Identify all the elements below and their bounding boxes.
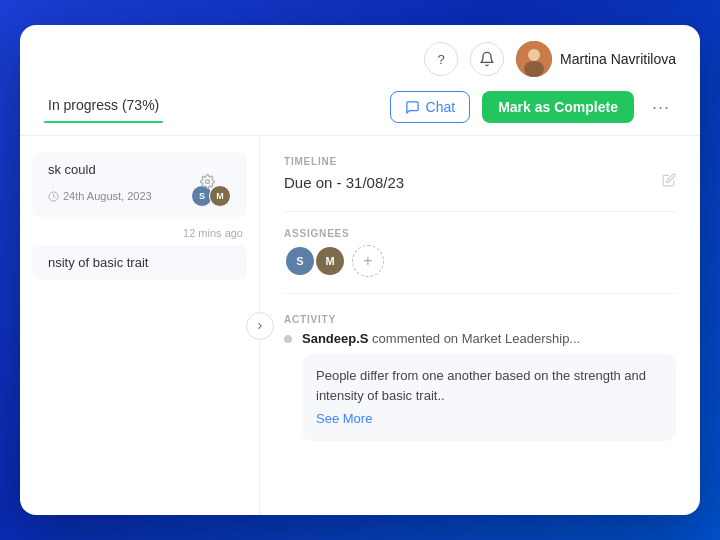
gear-icon: [200, 174, 215, 189]
avatar: [516, 41, 552, 77]
divider-1: [284, 211, 676, 212]
task-date-1: 24th August, 2023: [48, 190, 152, 202]
time-ago: 12 mins ago: [20, 221, 259, 241]
comment-bubble: People differ from one another based on …: [302, 354, 676, 441]
content-area: sk could 24th August, 2023 S M: [20, 136, 700, 515]
right-panel: TIMELINE Due on - 31/08/23 ASSIGNEES: [260, 136, 700, 515]
comment-author: Sandeep.S: [302, 331, 368, 346]
assignees-label: ASSIGNEES: [284, 228, 676, 239]
user-profile[interactable]: Martina Navritilova: [516, 41, 676, 77]
divider-2: [284, 293, 676, 294]
toolbar: In progress (73%) Chat Mark as Complete …: [20, 85, 700, 136]
pencil-icon: [662, 173, 676, 187]
gear-button[interactable]: [200, 174, 215, 192]
activity-label: ACTIVITY: [284, 314, 676, 325]
task-title-2: nsity of basic trait: [48, 255, 231, 270]
clock-icon: [48, 191, 59, 202]
bell-icon: [479, 51, 495, 67]
comment-context: commented on Market Leadership...: [372, 331, 580, 346]
assignee-1: S: [284, 245, 316, 277]
svg-point-1: [528, 49, 540, 61]
add-assignee-button[interactable]: +: [352, 245, 384, 277]
timeline-section: TIMELINE Due on - 31/08/23: [284, 156, 676, 191]
status-tab[interactable]: In progress (73%): [44, 91, 163, 123]
svg-point-3: [206, 180, 210, 184]
user-name: Martina Navritilova: [560, 51, 676, 67]
see-more-link[interactable]: See More: [316, 409, 662, 429]
left-panel: sk could 24th August, 2023 S M: [20, 136, 260, 515]
comment-summary: Sandeep.S commented on Market Leadership…: [302, 331, 580, 346]
chat-button[interactable]: Chat: [390, 91, 471, 123]
more-icon: ···: [652, 97, 670, 118]
comment-text: People differ from one another based on …: [316, 368, 646, 403]
assignees-section: ASSIGNEES S M +: [284, 228, 676, 277]
assignees-row: S M +: [284, 245, 676, 277]
edit-icon[interactable]: [662, 173, 676, 191]
activity-section: ACTIVITY Sandeep.S commented on Market L…: [284, 314, 676, 441]
chevron-right-icon: [255, 321, 265, 331]
comment-row: Sandeep.S commented on Market Leadership…: [284, 331, 676, 346]
assignee-2: M: [314, 245, 346, 277]
help-button[interactable]: ?: [424, 42, 458, 76]
activity-dot: [284, 335, 292, 343]
due-date: Due on - 31/08/23: [284, 174, 404, 191]
timeline-label: TIMELINE: [284, 156, 676, 167]
main-card: ? Martina Navritilova In progress (73%): [20, 25, 700, 515]
task-item-2[interactable]: nsity of basic trait: [32, 245, 247, 280]
more-options-button[interactable]: ···: [646, 92, 676, 122]
task-item-1[interactable]: sk could 24th August, 2023 S M: [32, 152, 247, 217]
top-bar: ? Martina Navritilova: [20, 25, 700, 85]
due-date-row: Due on - 31/08/23: [284, 173, 676, 191]
chat-icon: [405, 100, 420, 115]
help-icon: ?: [437, 52, 444, 67]
notifications-button[interactable]: [470, 42, 504, 76]
mark-complete-button[interactable]: Mark as Complete: [482, 91, 634, 123]
collapse-panel-button[interactable]: [246, 312, 274, 340]
svg-point-2: [524, 61, 544, 77]
